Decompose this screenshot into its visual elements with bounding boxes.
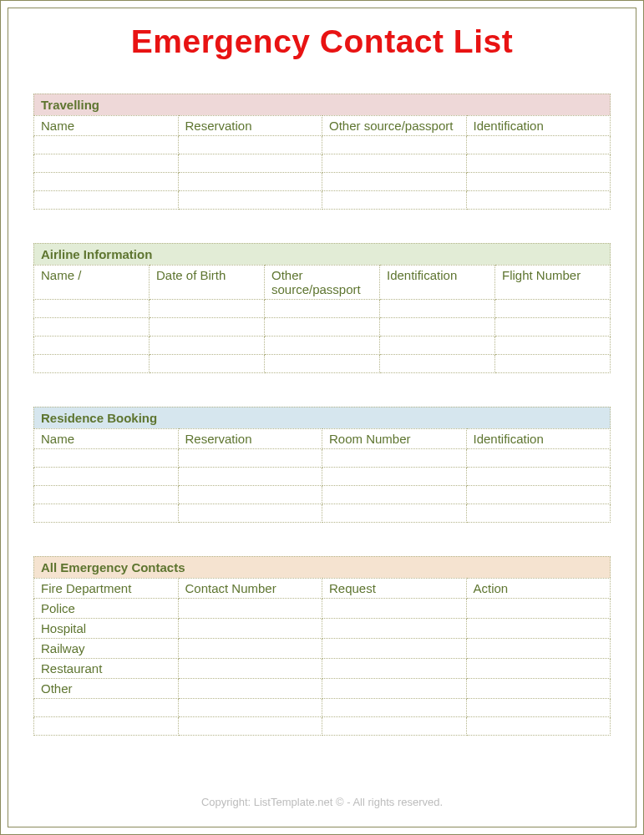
inner-border: Emergency Contact List Travelling Name R… — [8, 8, 636, 827]
col-reservation: Reservation — [178, 429, 322, 449]
table-row: Police — [34, 599, 611, 619]
col-contact-number: Contact Number — [178, 579, 322, 599]
table-row — [34, 300, 611, 318]
cell-label: Other — [34, 679, 179, 699]
cell-label: Railway — [34, 639, 179, 659]
table-row — [34, 717, 611, 736]
col-other-source: Other source/passport — [322, 116, 467, 136]
col-identification: Identification — [380, 266, 495, 300]
table-row — [34, 468, 611, 486]
outer-border: Emergency Contact List Travelling Name R… — [0, 0, 644, 835]
col-name: Name / — [34, 266, 150, 300]
table-emergency: Fire Department Contact Number Request A… — [33, 578, 611, 736]
cell-label: Hospital — [34, 619, 179, 639]
section-header-airline: Airline Information — [33, 243, 611, 265]
table-row — [34, 699, 611, 717]
col-fire-department: Fire Department — [34, 579, 179, 599]
table-row — [34, 318, 611, 337]
table-row — [34, 355, 611, 373]
section-emergency: All Emergency Contacts Fire Department C… — [33, 556, 611, 736]
section-header-residence: Residence Booking — [33, 407, 611, 428]
section-airline: Airline Information Name / Date of Birth… — [33, 243, 611, 373]
section-header-emergency: All Emergency Contacts — [33, 556, 611, 578]
page-title: Emergency Contact List — [33, 23, 611, 60]
col-identification: Identification — [466, 429, 611, 449]
table-row — [34, 173, 611, 191]
col-flight-number: Flight Number — [495, 266, 611, 300]
table-row — [34, 486, 611, 504]
table-row — [34, 136, 611, 154]
table-header-row: Fire Department Contact Number Request A… — [34, 579, 611, 599]
copyright-text: Copyright: ListTemplate.net © - All righ… — [8, 796, 636, 808]
table-header-row: Name / Date of Birth Other source/passpo… — [34, 266, 611, 300]
table-row: Other — [34, 679, 611, 699]
table-row — [34, 191, 611, 210]
table-row — [34, 449, 611, 468]
table-header-row: Name Reservation Other source/passport I… — [34, 116, 611, 136]
table-header-row: Name Reservation Room Number Identificat… — [34, 429, 611, 449]
col-name: Name — [34, 116, 179, 136]
table-travelling: Name Reservation Other source/passport I… — [33, 115, 611, 210]
table-airline: Name / Date of Birth Other source/passpo… — [33, 265, 611, 373]
col-room-number: Room Number — [322, 429, 467, 449]
col-reservation: Reservation — [178, 116, 322, 136]
col-other-source: Other source/passport — [265, 266, 380, 300]
col-name: Name — [34, 429, 179, 449]
section-travelling: Travelling Name Reservation Other source… — [33, 94, 611, 210]
col-identification: Identification — [466, 116, 611, 136]
section-residence: Residence Booking Name Reservation Room … — [33, 407, 611, 523]
table-row — [34, 337, 611, 355]
col-action: Action — [466, 579, 611, 599]
cell-label: Police — [34, 599, 179, 619]
table-row: Restaurant — [34, 659, 611, 679]
col-request: Request — [322, 579, 467, 599]
col-dob: Date of Birth — [150, 266, 265, 300]
table-row — [34, 154, 611, 173]
table-row: Railway — [34, 639, 611, 659]
table-row — [34, 504, 611, 523]
table-residence: Name Reservation Room Number Identificat… — [33, 428, 611, 523]
table-row: Hospital — [34, 619, 611, 639]
section-header-travelling: Travelling — [33, 94, 611, 115]
cell-label: Restaurant — [34, 659, 179, 679]
